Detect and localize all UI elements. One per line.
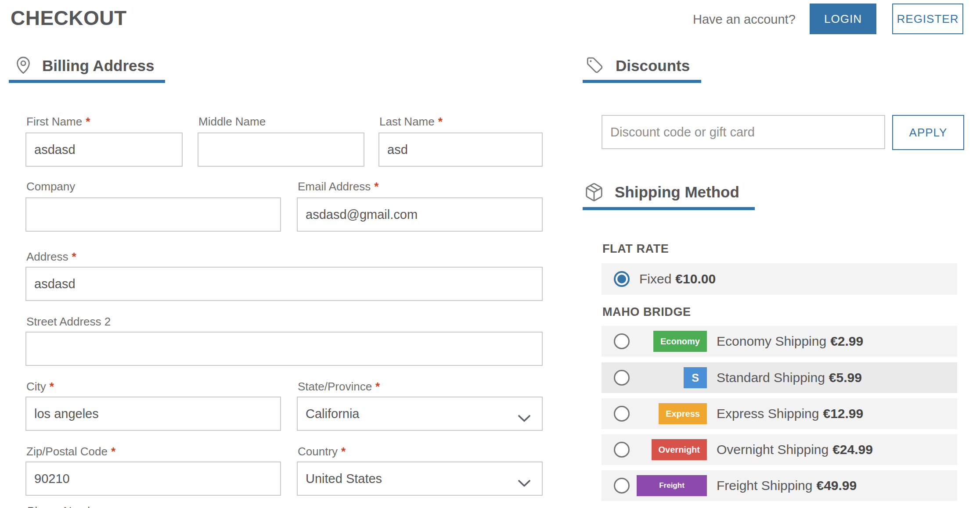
shipping-option-overnight[interactable]: Overnight Overnight Shipping€24.99 bbox=[602, 434, 957, 465]
radio-unselected-icon[interactable] bbox=[614, 442, 630, 458]
discount-code-input[interactable] bbox=[602, 115, 885, 149]
company-label: Company bbox=[26, 180, 75, 193]
shipping-option-price: €49.99 bbox=[816, 478, 857, 493]
required-marker: * bbox=[341, 445, 346, 458]
shipping-option-economy[interactable]: Economy Economy Shipping€2.99 bbox=[602, 326, 957, 357]
state-label: State/Province* bbox=[298, 380, 380, 394]
required-marker: * bbox=[111, 445, 115, 458]
map-pin-icon bbox=[13, 54, 33, 77]
page-title: CHECKOUT bbox=[11, 6, 127, 30]
shipping-option-fixed[interactable]: Fixed€10.00 bbox=[602, 263, 957, 295]
freight-badge: Freight Shipping bbox=[637, 475, 707, 496]
email-input[interactable] bbox=[297, 197, 543, 232]
required-marker: * bbox=[375, 380, 380, 393]
shipping-section-title: Shipping Method bbox=[615, 183, 739, 201]
required-marker: * bbox=[50, 380, 54, 393]
shipping-option-label: Freight Shipping€49.99 bbox=[717, 478, 857, 493]
economy-badge: Economy bbox=[653, 331, 707, 352]
last-name-label: Last Name* bbox=[379, 115, 443, 129]
radio-unselected-icon[interactable] bbox=[614, 333, 630, 349]
radio-selected-icon[interactable] bbox=[614, 271, 630, 287]
shipping-underline bbox=[583, 207, 755, 210]
country-selected-value: United States bbox=[306, 472, 382, 486]
overnight-badge: Overnight bbox=[652, 439, 707, 460]
chevron-down-icon bbox=[518, 476, 530, 490]
discounts-underline bbox=[583, 80, 701, 83]
billing-underline bbox=[9, 80, 165, 83]
email-label: Email Address* bbox=[298, 180, 378, 193]
radio-unselected-icon[interactable] bbox=[614, 406, 630, 422]
shipping-option-freight[interactable]: Freight Shipping Freight Shipping€49.99 bbox=[602, 470, 957, 501]
phone-label: Phone Number bbox=[27, 504, 104, 508]
chevron-down-icon bbox=[518, 411, 530, 426]
shipping-option-price: €5.99 bbox=[829, 370, 862, 385]
shipping-option-price: €24.99 bbox=[832, 442, 873, 457]
required-marker: * bbox=[72, 250, 76, 263]
zip-label: Zip/Postal Code* bbox=[26, 445, 115, 458]
required-marker: * bbox=[86, 115, 90, 128]
radio-unselected-icon[interactable] bbox=[614, 478, 630, 494]
state-selected-value: California bbox=[306, 407, 360, 421]
country-label: Country* bbox=[298, 445, 346, 458]
shipping-option-standard[interactable]: S Standard Shipping€5.99 bbox=[602, 362, 957, 393]
radio-unselected-icon[interactable] bbox=[614, 370, 630, 386]
city-label: City* bbox=[26, 380, 54, 394]
middle-name-label: Middle Name bbox=[198, 115, 266, 129]
country-select[interactable]: United States bbox=[297, 461, 543, 496]
shipping-group-flat-rate: FLAT RATE bbox=[602, 242, 669, 256]
shipping-option-label: Express Shipping€12.99 bbox=[717, 406, 863, 421]
checkout-page: CHECKOUT Have an account? LOGIN REGISTER… bbox=[0, 0, 980, 508]
register-button[interactable]: REGISTER bbox=[892, 4, 963, 34]
discounts-section-title: Discounts bbox=[616, 57, 690, 75]
city-input[interactable] bbox=[25, 397, 281, 431]
street-address-2-label: Street Address 2 bbox=[26, 315, 111, 329]
last-name-input[interactable] bbox=[378, 132, 543, 167]
account-prompt: Have an account? bbox=[693, 12, 796, 27]
shipping-option-express[interactable]: Express Express Shipping€12.99 bbox=[602, 398, 957, 429]
zip-input[interactable] bbox=[25, 461, 281, 496]
company-input[interactable] bbox=[25, 197, 281, 232]
standard-badge: S bbox=[684, 367, 707, 388]
state-select[interactable]: California bbox=[297, 397, 543, 431]
required-marker: * bbox=[374, 180, 378, 193]
shipping-option-price: €2.99 bbox=[830, 334, 863, 348]
address-input[interactable] bbox=[25, 267, 543, 301]
shipping-option-price: €10.00 bbox=[675, 272, 716, 286]
first-name-label: First Name* bbox=[26, 115, 90, 129]
shipping-option-price: €12.99 bbox=[823, 406, 863, 421]
tag-icon bbox=[585, 55, 604, 76]
shipping-option-label: Standard Shipping€5.99 bbox=[717, 370, 862, 385]
shipping-group-maho-bridge: MAHO BRIDGE bbox=[602, 305, 691, 319]
street-address-2-input[interactable] bbox=[25, 332, 543, 366]
middle-name-input[interactable] bbox=[198, 132, 364, 167]
billing-section-title: Billing Address bbox=[42, 57, 154, 75]
shipping-option-label: Fixed€10.00 bbox=[639, 272, 716, 286]
required-marker: * bbox=[438, 115, 443, 128]
login-button[interactable]: LOGIN bbox=[810, 4, 876, 34]
package-icon bbox=[584, 182, 604, 204]
apply-button[interactable]: APPLY bbox=[892, 115, 964, 150]
first-name-input[interactable] bbox=[25, 132, 183, 167]
shipping-option-label: Overnight Shipping€24.99 bbox=[717, 442, 873, 457]
express-badge: Express bbox=[659, 403, 707, 424]
address-label: Address* bbox=[26, 250, 76, 264]
shipping-option-label: Economy Shipping€2.99 bbox=[717, 334, 863, 349]
